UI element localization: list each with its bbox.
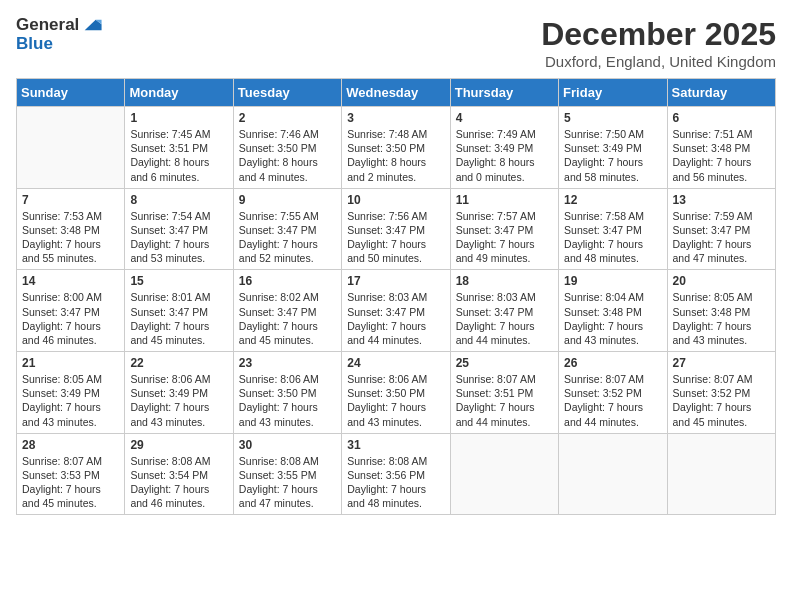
day-cell: 4Sunrise: 7:49 AMSunset: 3:49 PMDaylight… — [450, 107, 558, 189]
day-number: 6 — [673, 111, 770, 125]
day-info: Sunrise: 8:05 AMSunset: 3:49 PMDaylight:… — [22, 372, 119, 429]
day-info: Sunrise: 7:53 AMSunset: 3:48 PMDaylight:… — [22, 209, 119, 266]
day-info: Sunrise: 7:59 AMSunset: 3:47 PMDaylight:… — [673, 209, 770, 266]
day-info: Sunrise: 8:05 AMSunset: 3:48 PMDaylight:… — [673, 290, 770, 347]
day-cell: 21Sunrise: 8:05 AMSunset: 3:49 PMDayligh… — [17, 352, 125, 434]
day-number: 9 — [239, 193, 336, 207]
day-cell: 6Sunrise: 7:51 AMSunset: 3:48 PMDaylight… — [667, 107, 775, 189]
day-cell: 29Sunrise: 8:08 AMSunset: 3:54 PMDayligh… — [125, 433, 233, 515]
week-row-1: 1Sunrise: 7:45 AMSunset: 3:51 PMDaylight… — [17, 107, 776, 189]
day-info: Sunrise: 8:06 AMSunset: 3:49 PMDaylight:… — [130, 372, 227, 429]
day-cell: 13Sunrise: 7:59 AMSunset: 3:47 PMDayligh… — [667, 188, 775, 270]
day-number: 1 — [130, 111, 227, 125]
day-cell: 31Sunrise: 8:08 AMSunset: 3:56 PMDayligh… — [342, 433, 450, 515]
day-number: 20 — [673, 274, 770, 288]
header-wednesday: Wednesday — [342, 79, 450, 107]
day-cell — [450, 433, 558, 515]
week-row-2: 7Sunrise: 7:53 AMSunset: 3:48 PMDaylight… — [17, 188, 776, 270]
day-cell: 7Sunrise: 7:53 AMSunset: 3:48 PMDaylight… — [17, 188, 125, 270]
day-info: Sunrise: 8:03 AMSunset: 3:47 PMDaylight:… — [347, 290, 444, 347]
day-info: Sunrise: 8:06 AMSunset: 3:50 PMDaylight:… — [347, 372, 444, 429]
day-info: Sunrise: 7:57 AMSunset: 3:47 PMDaylight:… — [456, 209, 553, 266]
day-number: 8 — [130, 193, 227, 207]
day-number: 23 — [239, 356, 336, 370]
day-cell — [667, 433, 775, 515]
day-cell: 14Sunrise: 8:00 AMSunset: 3:47 PMDayligh… — [17, 270, 125, 352]
day-number: 24 — [347, 356, 444, 370]
header-thursday: Thursday — [450, 79, 558, 107]
day-cell: 3Sunrise: 7:48 AMSunset: 3:50 PMDaylight… — [342, 107, 450, 189]
day-number: 22 — [130, 356, 227, 370]
day-number: 15 — [130, 274, 227, 288]
day-info: Sunrise: 7:55 AMSunset: 3:47 PMDaylight:… — [239, 209, 336, 266]
day-number: 10 — [347, 193, 444, 207]
day-info: Sunrise: 8:08 AMSunset: 3:56 PMDaylight:… — [347, 454, 444, 511]
day-number: 7 — [22, 193, 119, 207]
day-number: 12 — [564, 193, 661, 207]
day-cell: 1Sunrise: 7:45 AMSunset: 3:51 PMDaylight… — [125, 107, 233, 189]
week-row-3: 14Sunrise: 8:00 AMSunset: 3:47 PMDayligh… — [17, 270, 776, 352]
day-info: Sunrise: 7:48 AMSunset: 3:50 PMDaylight:… — [347, 127, 444, 184]
day-number: 31 — [347, 438, 444, 452]
day-number: 5 — [564, 111, 661, 125]
day-cell: 10Sunrise: 7:56 AMSunset: 3:47 PMDayligh… — [342, 188, 450, 270]
day-cell: 20Sunrise: 8:05 AMSunset: 3:48 PMDayligh… — [667, 270, 775, 352]
page-header: General Blue December 2025 Duxford, Engl… — [16, 16, 776, 70]
day-cell: 26Sunrise: 8:07 AMSunset: 3:52 PMDayligh… — [559, 352, 667, 434]
day-cell: 18Sunrise: 8:03 AMSunset: 3:47 PMDayligh… — [450, 270, 558, 352]
day-info: Sunrise: 8:06 AMSunset: 3:50 PMDaylight:… — [239, 372, 336, 429]
day-info: Sunrise: 7:54 AMSunset: 3:47 PMDaylight:… — [130, 209, 227, 266]
header-sunday: Sunday — [17, 79, 125, 107]
day-info: Sunrise: 8:07 AMSunset: 3:52 PMDaylight:… — [564, 372, 661, 429]
calendar-header-row: SundayMondayTuesdayWednesdayThursdayFrid… — [17, 79, 776, 107]
day-number: 27 — [673, 356, 770, 370]
logo-icon — [81, 16, 103, 34]
day-cell: 17Sunrise: 8:03 AMSunset: 3:47 PMDayligh… — [342, 270, 450, 352]
header-tuesday: Tuesday — [233, 79, 341, 107]
day-number: 11 — [456, 193, 553, 207]
day-cell: 28Sunrise: 8:07 AMSunset: 3:53 PMDayligh… — [17, 433, 125, 515]
day-info: Sunrise: 7:46 AMSunset: 3:50 PMDaylight:… — [239, 127, 336, 184]
title-block: December 2025 Duxford, England, United K… — [541, 16, 776, 70]
day-info: Sunrise: 8:07 AMSunset: 3:51 PMDaylight:… — [456, 372, 553, 429]
header-monday: Monday — [125, 79, 233, 107]
day-info: Sunrise: 8:00 AMSunset: 3:47 PMDaylight:… — [22, 290, 119, 347]
day-number: 30 — [239, 438, 336, 452]
day-cell: 2Sunrise: 7:46 AMSunset: 3:50 PMDaylight… — [233, 107, 341, 189]
day-info: Sunrise: 8:08 AMSunset: 3:55 PMDaylight:… — [239, 454, 336, 511]
day-number: 26 — [564, 356, 661, 370]
day-number: 21 — [22, 356, 119, 370]
calendar-table: SundayMondayTuesdayWednesdayThursdayFrid… — [16, 78, 776, 515]
day-cell: 24Sunrise: 8:06 AMSunset: 3:50 PMDayligh… — [342, 352, 450, 434]
day-info: Sunrise: 8:03 AMSunset: 3:47 PMDaylight:… — [456, 290, 553, 347]
day-cell — [17, 107, 125, 189]
header-saturday: Saturday — [667, 79, 775, 107]
day-info: Sunrise: 7:45 AMSunset: 3:51 PMDaylight:… — [130, 127, 227, 184]
day-cell: 25Sunrise: 8:07 AMSunset: 3:51 PMDayligh… — [450, 352, 558, 434]
week-row-4: 21Sunrise: 8:05 AMSunset: 3:49 PMDayligh… — [17, 352, 776, 434]
day-cell: 15Sunrise: 8:01 AMSunset: 3:47 PMDayligh… — [125, 270, 233, 352]
day-number: 28 — [22, 438, 119, 452]
day-number: 13 — [673, 193, 770, 207]
day-info: Sunrise: 7:50 AMSunset: 3:49 PMDaylight:… — [564, 127, 661, 184]
day-cell: 5Sunrise: 7:50 AMSunset: 3:49 PMDaylight… — [559, 107, 667, 189]
day-info: Sunrise: 7:51 AMSunset: 3:48 PMDaylight:… — [673, 127, 770, 184]
day-cell: 8Sunrise: 7:54 AMSunset: 3:47 PMDaylight… — [125, 188, 233, 270]
day-number: 16 — [239, 274, 336, 288]
day-number: 29 — [130, 438, 227, 452]
day-number: 2 — [239, 111, 336, 125]
day-cell: 16Sunrise: 8:02 AMSunset: 3:47 PMDayligh… — [233, 270, 341, 352]
day-cell: 30Sunrise: 8:08 AMSunset: 3:55 PMDayligh… — [233, 433, 341, 515]
day-cell: 12Sunrise: 7:58 AMSunset: 3:47 PMDayligh… — [559, 188, 667, 270]
logo-general: General — [16, 16, 79, 35]
day-info: Sunrise: 8:07 AMSunset: 3:53 PMDaylight:… — [22, 454, 119, 511]
day-cell: 22Sunrise: 8:06 AMSunset: 3:49 PMDayligh… — [125, 352, 233, 434]
calendar-title: December 2025 — [541, 16, 776, 53]
day-number: 4 — [456, 111, 553, 125]
day-cell: 23Sunrise: 8:06 AMSunset: 3:50 PMDayligh… — [233, 352, 341, 434]
header-friday: Friday — [559, 79, 667, 107]
day-cell: 9Sunrise: 7:55 AMSunset: 3:47 PMDaylight… — [233, 188, 341, 270]
day-cell: 11Sunrise: 7:57 AMSunset: 3:47 PMDayligh… — [450, 188, 558, 270]
day-number: 25 — [456, 356, 553, 370]
day-info: Sunrise: 8:01 AMSunset: 3:47 PMDaylight:… — [130, 290, 227, 347]
